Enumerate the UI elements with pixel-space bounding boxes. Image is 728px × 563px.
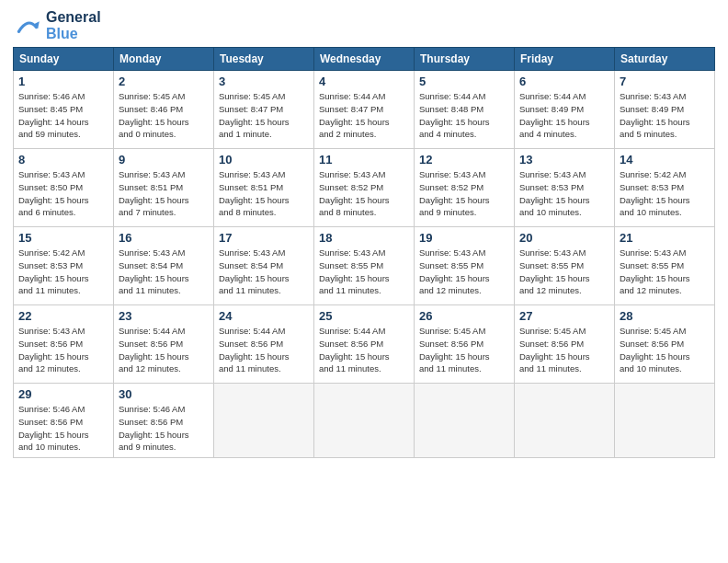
calendar-cell: 23Sunrise: 5:44 AM Sunset: 8:56 PM Dayli… <box>114 305 214 384</box>
calendar-cell <box>214 384 314 458</box>
week-row-5: 29Sunrise: 5:46 AM Sunset: 8:56 PM Dayli… <box>14 384 715 458</box>
col-header-monday: Monday <box>114 48 214 71</box>
day-number: 2 <box>119 75 209 88</box>
cell-info: Sunrise: 5:43 AM Sunset: 8:49 PM Dayligh… <box>620 90 710 141</box>
calendar-cell: 3Sunrise: 5:45 AM Sunset: 8:47 PM Daylig… <box>214 71 314 149</box>
day-number: 5 <box>419 75 509 88</box>
cell-info: Sunrise: 5:43 AM Sunset: 8:53 PM Dayligh… <box>519 168 609 219</box>
day-number: 19 <box>419 231 509 245</box>
calendar-cell: 12Sunrise: 5:43 AM Sunset: 8:52 PM Dayli… <box>415 149 515 227</box>
calendar-cell: 29Sunrise: 5:46 AM Sunset: 8:56 PM Dayli… <box>14 384 114 458</box>
day-number: 13 <box>519 153 609 167</box>
cell-info: Sunrise: 5:43 AM Sunset: 8:55 PM Dayligh… <box>519 247 609 297</box>
calendar-cell: 20Sunrise: 5:43 AM Sunset: 8:55 PM Dayli… <box>515 227 615 305</box>
calendar-cell: 28Sunrise: 5:45 AM Sunset: 8:56 PM Dayli… <box>615 305 715 384</box>
cell-info: Sunrise: 5:43 AM Sunset: 8:51 PM Dayligh… <box>219 168 309 219</box>
cell-info: Sunrise: 5:45 AM Sunset: 8:56 PM Dayligh… <box>519 325 609 375</box>
calendar-cell: 11Sunrise: 5:43 AM Sunset: 8:52 PM Dayli… <box>314 149 415 227</box>
day-number: 11 <box>319 153 409 167</box>
calendar-cell: 27Sunrise: 5:45 AM Sunset: 8:56 PM Dayli… <box>515 305 615 384</box>
calendar-cell: 25Sunrise: 5:44 AM Sunset: 8:56 PM Dayli… <box>314 305 415 384</box>
day-number: 3 <box>219 75 309 88</box>
cell-info: Sunrise: 5:43 AM Sunset: 8:51 PM Dayligh… <box>119 168 209 219</box>
calendar-cell: 19Sunrise: 5:43 AM Sunset: 8:55 PM Dayli… <box>415 227 515 305</box>
cell-info: Sunrise: 5:46 AM Sunset: 8:56 PM Dayligh… <box>119 403 209 454</box>
cell-info: Sunrise: 5:45 AM Sunset: 8:56 PM Dayligh… <box>620 325 710 375</box>
cell-info: Sunrise: 5:45 AM Sunset: 8:56 PM Dayligh… <box>419 325 509 375</box>
header: General Blue <box>13 9 715 41</box>
calendar-cell: 22Sunrise: 5:43 AM Sunset: 8:56 PM Dayli… <box>14 305 114 384</box>
cell-info: Sunrise: 5:44 AM Sunset: 8:56 PM Dayligh… <box>219 325 309 375</box>
calendar-cell: 26Sunrise: 5:45 AM Sunset: 8:56 PM Dayli… <box>415 305 515 384</box>
calendar-cell <box>314 384 415 458</box>
day-number: 17 <box>219 231 309 245</box>
calendar-cell: 15Sunrise: 5:42 AM Sunset: 8:53 PM Dayli… <box>14 227 114 305</box>
day-number: 16 <box>119 231 209 245</box>
logo-text: General Blue <box>46 9 101 41</box>
calendar-cell: 8Sunrise: 5:43 AM Sunset: 8:50 PM Daylig… <box>14 149 114 227</box>
col-header-wednesday: Wednesday <box>314 48 415 71</box>
day-number: 22 <box>18 309 108 323</box>
cell-info: Sunrise: 5:44 AM Sunset: 8:49 PM Dayligh… <box>519 90 609 141</box>
header-row: SundayMondayTuesdayWednesdayThursdayFrid… <box>14 48 715 71</box>
cell-info: Sunrise: 5:43 AM Sunset: 8:56 PM Dayligh… <box>18 325 108 375</box>
cell-info: Sunrise: 5:44 AM Sunset: 8:56 PM Dayligh… <box>119 325 209 375</box>
day-number: 6 <box>519 75 609 88</box>
cell-info: Sunrise: 5:42 AM Sunset: 8:53 PM Dayligh… <box>620 168 710 219</box>
cell-info: Sunrise: 5:44 AM Sunset: 8:47 PM Dayligh… <box>319 90 409 141</box>
cell-info: Sunrise: 5:43 AM Sunset: 8:55 PM Dayligh… <box>419 247 509 297</box>
calendar-cell: 2Sunrise: 5:45 AM Sunset: 8:46 PM Daylig… <box>114 71 214 149</box>
calendar-cell: 24Sunrise: 5:44 AM Sunset: 8:56 PM Dayli… <box>214 305 314 384</box>
cell-info: Sunrise: 5:43 AM Sunset: 8:55 PM Dayligh… <box>319 247 409 297</box>
calendar-cell: 16Sunrise: 5:43 AM Sunset: 8:54 PM Dayli… <box>114 227 214 305</box>
calendar-cell: 21Sunrise: 5:43 AM Sunset: 8:55 PM Dayli… <box>615 227 715 305</box>
cell-info: Sunrise: 5:43 AM Sunset: 8:54 PM Dayligh… <box>119 247 209 297</box>
day-number: 9 <box>119 153 209 167</box>
calendar-cell <box>415 384 515 458</box>
logo-icon <box>13 11 42 40</box>
calendar-cell: 9Sunrise: 5:43 AM Sunset: 8:51 PM Daylig… <box>114 149 214 227</box>
day-number: 7 <box>620 75 710 88</box>
calendar-cell: 14Sunrise: 5:42 AM Sunset: 8:53 PM Dayli… <box>615 149 715 227</box>
cell-info: Sunrise: 5:46 AM Sunset: 8:56 PM Dayligh… <box>18 403 108 454</box>
calendar-cell: 6Sunrise: 5:44 AM Sunset: 8:49 PM Daylig… <box>515 71 615 149</box>
cell-info: Sunrise: 5:43 AM Sunset: 8:52 PM Dayligh… <box>419 168 509 219</box>
day-number: 15 <box>18 231 108 245</box>
calendar-cell: 17Sunrise: 5:43 AM Sunset: 8:54 PM Dayli… <box>214 227 314 305</box>
page: General Blue SundayMondayTuesdayWednesda… <box>0 0 728 563</box>
day-number: 28 <box>620 309 710 323</box>
day-number: 25 <box>319 309 409 323</box>
calendar-table: SundayMondayTuesdayWednesdayThursdayFrid… <box>13 47 715 458</box>
calendar-cell: 4Sunrise: 5:44 AM Sunset: 8:47 PM Daylig… <box>314 71 415 149</box>
calendar-cell: 30Sunrise: 5:46 AM Sunset: 8:56 PM Dayli… <box>114 384 214 458</box>
week-row-3: 15Sunrise: 5:42 AM Sunset: 8:53 PM Dayli… <box>14 227 715 305</box>
calendar-cell <box>615 384 715 458</box>
cell-info: Sunrise: 5:44 AM Sunset: 8:48 PM Dayligh… <box>419 90 509 141</box>
day-number: 10 <box>219 153 309 167</box>
day-number: 24 <box>219 309 309 323</box>
day-number: 14 <box>620 153 710 167</box>
day-number: 21 <box>620 231 710 245</box>
cell-info: Sunrise: 5:43 AM Sunset: 8:55 PM Dayligh… <box>620 247 710 297</box>
cell-info: Sunrise: 5:45 AM Sunset: 8:47 PM Dayligh… <box>219 90 309 141</box>
col-header-thursday: Thursday <box>415 48 515 71</box>
day-number: 1 <box>18 75 108 88</box>
cell-info: Sunrise: 5:44 AM Sunset: 8:56 PM Dayligh… <box>319 325 409 375</box>
cell-info: Sunrise: 5:45 AM Sunset: 8:46 PM Dayligh… <box>119 90 209 141</box>
week-row-1: 1Sunrise: 5:46 AM Sunset: 8:45 PM Daylig… <box>14 71 715 149</box>
day-number: 23 <box>119 309 209 323</box>
calendar-cell: 18Sunrise: 5:43 AM Sunset: 8:55 PM Dayli… <box>314 227 415 305</box>
calendar-cell: 1Sunrise: 5:46 AM Sunset: 8:45 PM Daylig… <box>14 71 114 149</box>
calendar-cell: 13Sunrise: 5:43 AM Sunset: 8:53 PM Dayli… <box>515 149 615 227</box>
day-number: 4 <box>319 75 409 88</box>
col-header-saturday: Saturday <box>615 48 715 71</box>
day-number: 18 <box>319 231 409 245</box>
col-header-sunday: Sunday <box>14 48 114 71</box>
col-header-tuesday: Tuesday <box>214 48 314 71</box>
cell-info: Sunrise: 5:46 AM Sunset: 8:45 PM Dayligh… <box>18 90 108 141</box>
day-number: 20 <box>519 231 609 245</box>
day-number: 27 <box>519 309 609 323</box>
day-number: 30 <box>119 387 209 401</box>
day-number: 29 <box>18 387 108 401</box>
col-header-friday: Friday <box>515 48 615 71</box>
